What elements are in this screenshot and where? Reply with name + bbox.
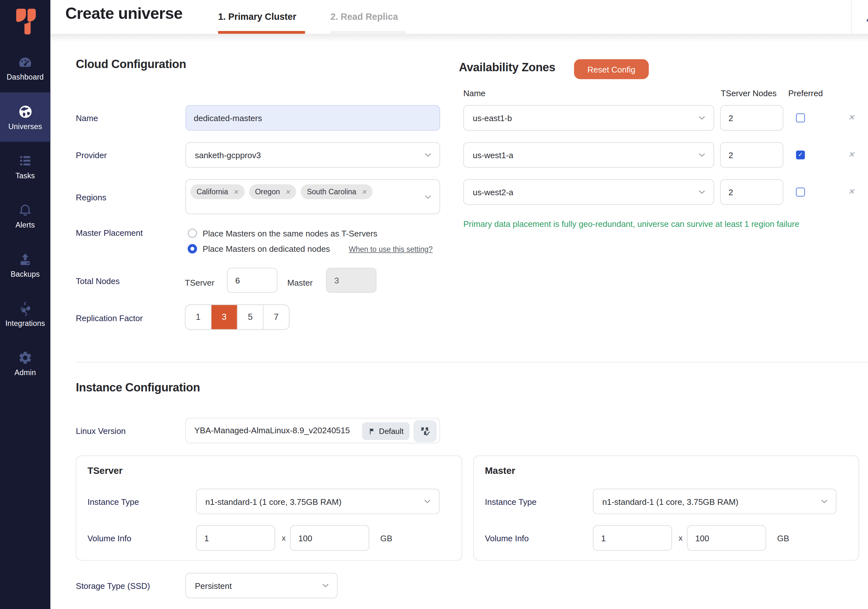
linux-version-field[interactable]: YBA-Managed-AlmaLinux-8.9_v20240515 Defa…: [185, 418, 440, 443]
linux-version-value: YBA-Managed-AlmaLinux-8.9_v20240515: [194, 426, 350, 435]
regions-multiselect[interactable]: California Oregon South Carolina: [185, 179, 440, 214]
master-card: Master Instance Type n1-standard-1 (1 co…: [473, 456, 859, 561]
topbar: Create universe 1. Primary Cluster 2. Re…: [51, 0, 868, 34]
az-tserver-nodes-input[interactable]: [720, 105, 783, 131]
replication-factor-option-7[interactable]: 7: [264, 305, 289, 329]
az-tserver-nodes-input[interactable]: [720, 179, 783, 205]
sidebar-item-admin[interactable]: Admin: [0, 339, 51, 388]
preferred-checkbox[interactable]: [796, 150, 805, 160]
yugabyte-logo[interactable]: [0, 0, 51, 43]
region-chip: South Carolina: [301, 184, 373, 199]
replication-factor-option-3[interactable]: 3: [212, 305, 237, 329]
sidebar-item-tasks[interactable]: Tasks: [0, 141, 51, 191]
universe-name-input[interactable]: [185, 105, 440, 131]
tserver-nodes-input[interactable]: [227, 268, 277, 293]
sidebar-item-label: Backups: [11, 270, 40, 278]
remove-region-icon[interactable]: [233, 188, 239, 196]
sidebar-item-alerts[interactable]: Alerts: [0, 191, 51, 240]
storage-type-label: Storage Type (SSD): [76, 581, 150, 590]
remove-region-icon[interactable]: [285, 188, 290, 196]
bell-icon: [17, 202, 33, 218]
tab-label: 2. Read Replica: [330, 11, 398, 22]
volume-unit-label: GB: [777, 534, 789, 543]
volume-info-label: Volume Info: [485, 534, 529, 543]
sidebar-item-backups[interactable]: Backups: [0, 240, 51, 290]
tserver-instance-type-select[interactable]: n1-standard-1 (1 core, 3.75GB RAM): [196, 488, 439, 514]
default-badge: Default: [362, 422, 410, 440]
az-column-preferred: Preferred: [789, 88, 823, 98]
remove-zone-icon[interactable]: [848, 113, 854, 122]
az-tserver-nodes-input[interactable]: [720, 142, 783, 168]
remove-zone-icon[interactable]: [848, 187, 854, 197]
main-content: Cloud Configuration Name Provider sanket…: [0, 0, 868, 609]
preferred-checkbox[interactable]: [796, 113, 805, 122]
volume-times-label: x: [679, 534, 683, 542]
az-select[interactable]: us-west1-a: [463, 142, 714, 168]
when-to-use-link[interactable]: When to use this setting?: [349, 245, 433, 253]
replication-factor-control: 1 3 5 7: [185, 305, 290, 330]
volume-times-label: x: [282, 534, 286, 542]
sidebar-item-integrations[interactable]: Integrations: [0, 290, 51, 339]
az-select[interactable]: us-west2-a: [463, 179, 714, 205]
az-column-name: Name: [463, 88, 485, 98]
replication-factor-option-5[interactable]: 5: [237, 305, 264, 329]
task-list-icon: [17, 153, 33, 168]
az-value: us-west1-a: [464, 150, 513, 160]
cloud-configuration-heading: Cloud Configuration: [76, 57, 186, 71]
region-chip-label: Oregon: [255, 188, 280, 196]
instance-type-value: n1-standard-1 (1 core, 3.75GB RAM): [594, 497, 739, 506]
tab-read-replica[interactable]: 2. Read Replica: [330, 0, 406, 34]
dashboard-gauge-icon: [17, 55, 33, 70]
remove-region-icon[interactable]: [361, 188, 367, 196]
globe-icon: [17, 104, 33, 119]
az-select[interactable]: us-east1-b: [463, 105, 714, 131]
linux-version-label: Linux Version: [76, 426, 126, 435]
master-volume-size-input[interactable]: [687, 525, 766, 551]
replication-factor-option-1[interactable]: 1: [185, 305, 211, 329]
tserver-volume-size-input[interactable]: [290, 525, 369, 551]
page-title: Create universe: [65, 5, 183, 23]
chevron-down-icon: [697, 113, 707, 123]
total-nodes-label: Total Nodes: [76, 276, 119, 285]
master-volume-count-input[interactable]: [593, 525, 672, 551]
user-avatar-icon[interactable]: [864, 9, 868, 24]
region-chip: Oregon: [249, 184, 296, 199]
region-chip: California: [191, 184, 245, 199]
master-card-title: Master: [485, 465, 515, 477]
reset-config-button[interactable]: Reset Config: [574, 59, 649, 79]
tab-underline: [330, 31, 406, 34]
master-nodes-input: [326, 268, 377, 293]
sidebar-item-label: Alerts: [16, 220, 35, 229]
az-value: us-west2-a: [464, 187, 513, 197]
master-instance-type-select[interactable]: n1-standard-1 (1 core, 3.75GB RAM): [593, 488, 836, 514]
flag-icon: [368, 427, 375, 435]
provider-label: Provider: [76, 150, 107, 160]
region-chips: California Oregon South Carolina: [191, 184, 373, 199]
tserver-volume-count-input[interactable]: [196, 525, 275, 551]
chevron-down-icon: [820, 496, 829, 507]
remove-zone-icon[interactable]: [848, 150, 854, 160]
provider-select[interactable]: sanketh-gcpprov3: [185, 142, 440, 168]
sidebar-item-label: Admin: [14, 369, 36, 377]
radio-masters-dedicated-nodes[interactable]: [188, 244, 197, 253]
sidebar-item-dashboard[interactable]: Dashboard: [0, 43, 51, 92]
master-placement-label: Master Placement: [76, 228, 143, 237]
regions-label: Regions: [76, 193, 106, 202]
chevron-down-icon: [423, 496, 432, 507]
section-divider: [76, 362, 868, 363]
region-chip-label: South Carolina: [307, 188, 356, 196]
sidebar-item-label: Integrations: [5, 319, 45, 327]
radio-label: Place Masters on the same nodes as T-Ser…: [203, 228, 377, 238]
tab-primary-cluster[interactable]: 1. Primary Cluster: [218, 0, 305, 34]
instance-type-label: Instance Type: [88, 497, 139, 506]
radio-masters-same-nodes[interactable]: [188, 228, 197, 238]
preferred-checkbox[interactable]: [796, 188, 805, 197]
instance-configuration-heading: Instance Configuration: [76, 381, 200, 394]
tserver-count-label: TServer: [185, 278, 214, 287]
instance-type-value: n1-standard-1 (1 core, 3.75GB RAM): [197, 497, 342, 506]
chevron-down-icon: [423, 150, 433, 160]
sidebar-item-universes[interactable]: Universes: [0, 92, 51, 141]
storage-type-select[interactable]: Persistent: [185, 573, 338, 598]
yb-verified-icon[interactable]: [414, 420, 437, 442]
chevron-down-icon: [697, 150, 707, 160]
